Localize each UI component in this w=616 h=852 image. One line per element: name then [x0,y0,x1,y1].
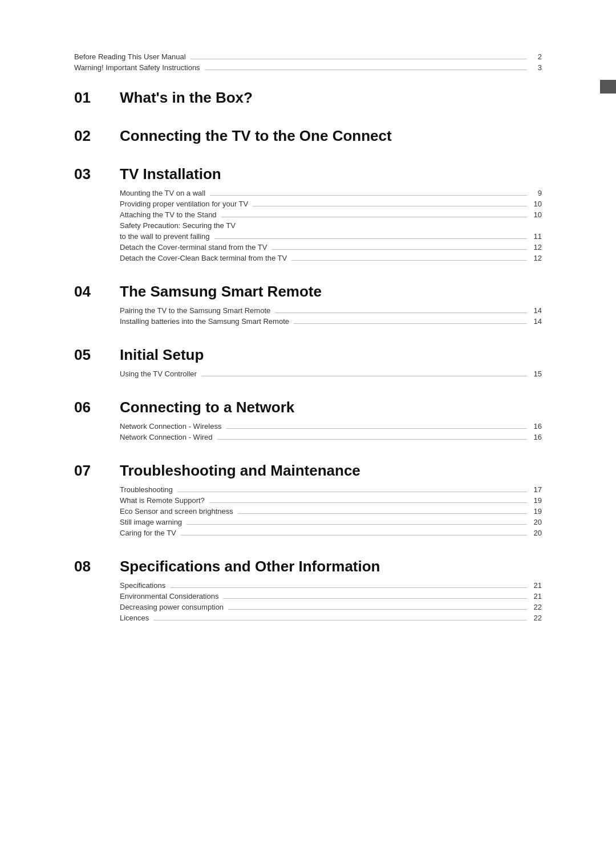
entry-text: Attaching the TV to the Stand [120,210,217,219]
entry-text: Network Connection - Wired [120,433,213,441]
toc-entry: Eco Sensor and screen brightness 19 [120,507,542,516]
page-num: 15 [532,370,542,378]
section-title: Initial Setup [120,346,204,364]
section-entries: Specifications 21 Environmental Consider… [74,581,542,622]
toc-entry: What is Remote Support? 19 [120,496,542,505]
section-01: 01 What's in the Box? [74,89,542,107]
section-title: What's in the Box? [120,89,253,107]
toc-entry: Detach the Cover-terminal stand from the… [120,243,542,251]
entry-text: Licences [120,614,149,622]
section-num: 06 [74,399,120,416]
toc-entry: Mounting the TV on a wall 9 [120,189,542,197]
page-num: 10 [532,210,542,219]
section-num: 01 [74,89,120,107]
section-num: 04 [74,283,120,301]
toc-entry: Environmental Considerations 21 [120,592,542,601]
page: Before Reading This User Manual 2 Warnin… [0,0,616,852]
dots [177,492,527,492]
dots [291,260,527,261]
section-title: Specifications and Other Information [120,558,380,575]
toc-entry: Caring for the TV 20 [120,529,542,537]
entry-text: Troubleshooting [120,485,173,494]
page-num: 21 [532,581,542,590]
section-num: 02 [74,127,120,145]
toc-entry: Detach the Cover-Clean Back terminal fro… [120,254,542,262]
section-title: Connecting to a Network [120,399,294,416]
side-tab-english [600,80,616,94]
section-num: 05 [74,346,120,364]
toc-entry: Installing batteries into the Samsung Sm… [120,317,542,326]
sections-container: 01 What's in the Box? 02 Connecting the … [74,89,542,622]
section-header: 01 What's in the Box? [74,89,542,107]
section-entries: Mounting the TV on a wall 9 Providing pr… [74,189,542,262]
entry-text: Providing proper ventilation for your TV [120,200,248,208]
dots [205,70,527,70]
section-07: 07 Troubleshooting and Maintenance Troub… [74,462,542,537]
entry-text: Before Reading This User Manual [74,52,186,61]
section-02: 02 Connecting the TV to the One Connect [74,127,542,145]
entry-text: Installing batteries into the Samsung Sm… [120,317,289,326]
page-num: 9 [532,189,542,197]
page-num: 19 [532,507,542,516]
dots [238,513,527,514]
section-title: Troubleshooting and Maintenance [120,462,360,480]
dots [201,376,527,376]
page-num: 16 [532,422,542,431]
section-num: 08 [74,558,120,575]
toc-entry: Network Connection - Wireless 16 [120,422,542,431]
section-entries: Pairing the TV to the Samsung Smart Remo… [74,306,542,326]
page-num: 12 [532,254,542,262]
entry-text: Detach the Cover-terminal stand from the… [120,243,267,251]
section-08: 08 Specifications and Other Information … [74,558,542,622]
page-num: 22 [532,614,542,622]
dots [187,524,527,525]
dots [275,313,527,313]
toc-entry: to the wall to prevent falling 11 [120,232,542,241]
section-03: 03 TV Installation Mounting the TV on a … [74,165,542,262]
dots [228,609,527,610]
section-header: 07 Troubleshooting and Maintenance [74,462,542,480]
section-title: The Samsung Smart Remote [120,283,322,301]
dots [223,598,527,599]
section-header: 08 Specifications and Other Information [74,558,542,575]
intro-entry: Warning! Important Safety Instructions 3 [74,63,542,72]
page-num: 16 [532,433,542,441]
page-num: 19 [532,496,542,505]
entry-text: Mounting the TV on a wall [120,189,205,197]
section-header: 02 Connecting the TV to the One Connect [74,127,542,145]
toc-entry: Still image warning 20 [120,518,542,526]
page-num: 2 [532,52,542,61]
section-entries: Using the TV Controller 15 [74,370,542,378]
section-title: Connecting the TV to the One Connect [120,127,392,145]
dots [210,195,527,196]
entry-text: Decreasing power consumption [120,603,224,611]
page-num: 14 [532,317,542,326]
toc-entry: Licences 22 [120,614,542,622]
dots [294,323,527,324]
entry-text: Using the TV Controller [120,370,197,378]
dots [271,249,527,250]
section-title: TV Installation [120,165,221,183]
toc-entry: Attaching the TV to the Stand 10 [120,210,542,219]
dots [214,238,527,239]
entry-text: Caring for the TV [120,529,176,537]
page-num: 14 [532,306,542,315]
toc-entry: Providing proper ventilation for your TV… [120,200,542,208]
dots [181,535,527,535]
dots [226,428,527,429]
toc-entry: Safety Precaution: Securing the TV [120,221,542,230]
page-num: 10 [532,200,542,208]
section-num: 03 [74,165,120,183]
section-06: 06 Connecting to a Network Network Conne… [74,399,542,441]
section-entries: Network Connection - Wireless 16 Network… [74,422,542,441]
entry-text: Detach the Cover-Clean Back terminal fro… [120,254,287,262]
entry-text: Environmental Considerations [120,592,218,601]
entry-text: to the wall to prevent falling [120,232,210,241]
section-header: 04 The Samsung Smart Remote [74,283,542,301]
dots [191,59,527,59]
section-num: 07 [74,462,120,480]
section-header: 06 Connecting to a Network [74,399,542,416]
page-num: 11 [532,232,542,241]
page-num: 22 [532,603,542,611]
entry-text: Warning! Important Safety Instructions [74,63,200,72]
